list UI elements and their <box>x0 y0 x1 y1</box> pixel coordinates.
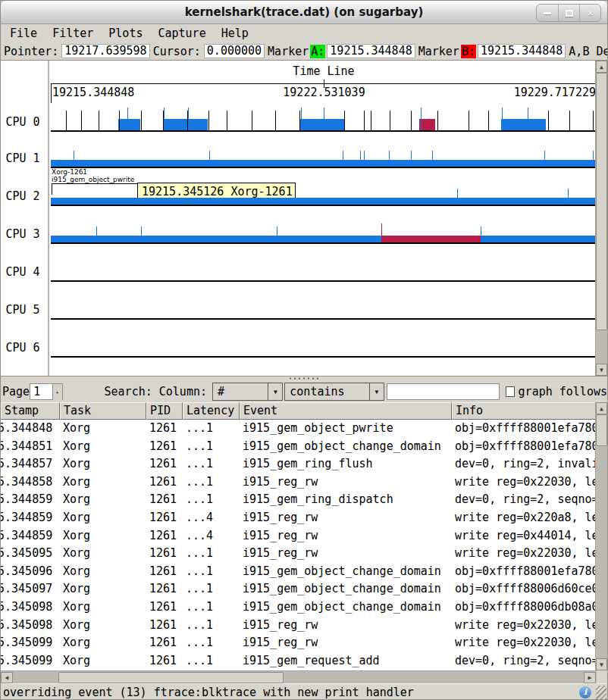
table-row[interactable]: 5.345096Xorg1261...1i915_gem_object_chan… <box>1 563 597 581</box>
menu-help[interactable]: Help <box>214 24 256 42</box>
event-tick-blue <box>389 151 390 167</box>
table-cell: i915_gem_request_add <box>240 652 452 670</box>
marker-a-badge[interactable]: A: <box>310 45 325 58</box>
scroll-up-arrow[interactable]: ▲ <box>596 402 607 414</box>
event-tick-blue <box>364 151 365 167</box>
title-bar[interactable]: kernelshark(trace.dat) (on sugarbay) ✕ <box>1 1 607 24</box>
table-horizontal-scrollbar: ◀ ▶ <box>1 670 607 683</box>
table-row[interactable]: 5.345097Xorg1261...1i915_gem_object_chan… <box>1 580 597 598</box>
table-row[interactable]: 5.344857Xorg1261...1i915_gem_ring_flushd… <box>1 455 597 473</box>
table-cell: dev=0, ring=2, seqno= <box>452 491 597 509</box>
table-cell: Xorg <box>60 563 146 581</box>
menu-file[interactable]: File <box>2 24 45 42</box>
minimize-button[interactable] <box>537 5 558 21</box>
table-row[interactable]: 5.344851Xorg1261...1i915_gem_object_chan… <box>1 438 597 456</box>
table-row[interactable]: 5.345095Xorg1261...1i915_reg_rwwrite reg… <box>1 545 597 563</box>
event-tick <box>371 111 371 130</box>
column-header-info[interactable]: Info <box>452 402 597 420</box>
table-body: 5.344848Xorg1261...1i915_gem_object_pwri… <box>1 420 597 670</box>
horizontal-scrollbar-thumb[interactable] <box>58 672 284 683</box>
table-cell: ...1 <box>183 617 240 635</box>
event-tick <box>569 111 570 130</box>
spin-up-icon[interactable]: ▲ <box>53 384 62 399</box>
table-row[interactable]: 5.344858Xorg1261...1i915_reg_rwwrite reg… <box>1 473 597 492</box>
event-tick <box>141 111 142 130</box>
graph-vertical-scrollbar[interactable]: ▲ ▼ <box>595 61 607 376</box>
menu-capture[interactable]: Capture <box>150 24 213 42</box>
resize-grip[interactable] <box>596 686 606 699</box>
graph-scrollbar-thumb[interactable] <box>596 73 607 330</box>
event-tick-red <box>381 223 382 242</box>
column-header-latency[interactable]: Latency <box>183 402 240 420</box>
menu-plots[interactable]: Plots <box>101 24 150 42</box>
column-header-task[interactable]: Task <box>60 402 146 420</box>
table-cell: 1261 <box>146 455 183 473</box>
table-row[interactable]: 5.344859Xorg1261...4i915_reg_rwwrite reg… <box>1 527 597 545</box>
scroll-left-arrow[interactable]: ◀ <box>1 672 13 683</box>
event-tick-blue <box>568 189 569 205</box>
table-cell: i915_gem_object_change_domain <box>240 438 452 456</box>
column-header-stamp[interactable]: Stamp <box>1 402 60 420</box>
table-vertical-scrollbar[interactable]: ▲ ▼ <box>595 402 607 670</box>
table-cell: Xorg <box>60 438 146 456</box>
table-row[interactable]: 5.345099Xorg1261...1i915_gem_request_add… <box>1 652 597 670</box>
scroll-down-arrow[interactable]: ▼ <box>596 658 607 670</box>
table-cell: i915_reg_rw <box>240 617 452 635</box>
event-tick <box>593 111 594 130</box>
match-select[interactable]: contains ▼ <box>284 383 384 401</box>
scroll-down-arrow[interactable]: ▼ <box>596 364 607 376</box>
table-row[interactable]: 5.344859Xorg1261...4i915_reg_rwwrite reg… <box>1 509 597 527</box>
ruler-left-end <box>51 83 52 103</box>
table-cell: i915_gem_object_change_domain <box>240 580 452 598</box>
cpu-run-bar <box>51 160 597 167</box>
column-header-event[interactable]: Event <box>240 402 452 420</box>
table-scrollbar-thumb[interactable] <box>596 414 607 446</box>
event-tick-blue <box>164 108 165 130</box>
ruler-label-start: 19215.344848 <box>52 86 134 99</box>
event-tick-blue <box>343 151 343 167</box>
table-row[interactable]: 5.345099Xorg1261...1i915_reg_rwwrite reg… <box>1 634 597 652</box>
scroll-up-arrow[interactable]: ▲ <box>596 61 607 73</box>
ruler-label-end: 19229.717229 <box>514 86 596 99</box>
maximize-icon <box>566 10 573 17</box>
page-value: 1 <box>33 385 40 398</box>
cpu-run-bar <box>51 236 597 242</box>
cpu-task-bar <box>118 119 140 130</box>
event-tick-blue <box>593 151 594 167</box>
maximize-button[interactable] <box>558 5 579 21</box>
table-cell: 1261 <box>146 420 183 438</box>
table-cell: ...1 <box>183 455 240 473</box>
marker-a-label: Marker <box>266 45 310 58</box>
table-row[interactable]: 5.344848Xorg1261...1i915_gem_object_pwri… <box>1 420 597 438</box>
horizontal-scroll-track[interactable]: ◀ ▶ <box>1 670 597 683</box>
table-row[interactable]: 5.345098Xorg1261...1i915_reg_rwwrite reg… <box>1 617 597 635</box>
page-spinner[interactable]: 1 ▲ ▼ <box>30 383 62 400</box>
event-table: Stamp Task PID Latency Event Info 5.3448… <box>1 402 607 670</box>
table-row[interactable]: 5.345098Xorg1261...1i915_gem_object_chan… <box>1 598 597 617</box>
marker-b-badge[interactable]: B: <box>461 45 476 58</box>
cpu-label: CPU 6 <box>1 341 45 355</box>
table-cell: dev=0, ring=2, seqno= <box>452 652 597 670</box>
table-row[interactable]: 5.344859Xorg1261...1i915_gem_ring_dispat… <box>1 491 597 509</box>
scroll-right-arrow[interactable]: ▶ <box>584 672 596 683</box>
table-cell: obj=0xffff88006db08a0 <box>452 598 597 617</box>
close-button[interactable]: ✕ <box>579 5 600 21</box>
graph-follows-checkbox[interactable] <box>506 386 515 397</box>
table-cell: ...1 <box>183 545 240 563</box>
table-cell: obj=0xffff88001efa780 <box>452 563 597 581</box>
chevron-down-icon[interactable]: ▼ <box>268 383 282 400</box>
marker-info-bar: Pointer: 19217.639598 Cursor: 0.000000 M… <box>1 42 607 61</box>
info-icon[interactable]: i <box>579 686 591 698</box>
menu-filter[interactable]: Filter <box>45 24 101 42</box>
cpu-label: CPU 4 <box>1 265 45 279</box>
event-tick <box>411 111 412 130</box>
column-header-pid[interactable]: PID <box>146 402 183 420</box>
search-input[interactable] <box>387 383 500 400</box>
chevron-down-icon[interactable]: ▼ <box>369 383 384 400</box>
event-tick-blue <box>360 151 361 167</box>
timeline-canvas[interactable]: Time Line 19215.344848 19222.531039 1922… <box>51 61 597 376</box>
table-cell: 5.344859 <box>1 491 60 509</box>
cursor-value: 0.000000 <box>204 44 265 58</box>
splitter-handle-icon <box>287 377 321 380</box>
column-select[interactable]: # ▼ <box>212 383 283 401</box>
